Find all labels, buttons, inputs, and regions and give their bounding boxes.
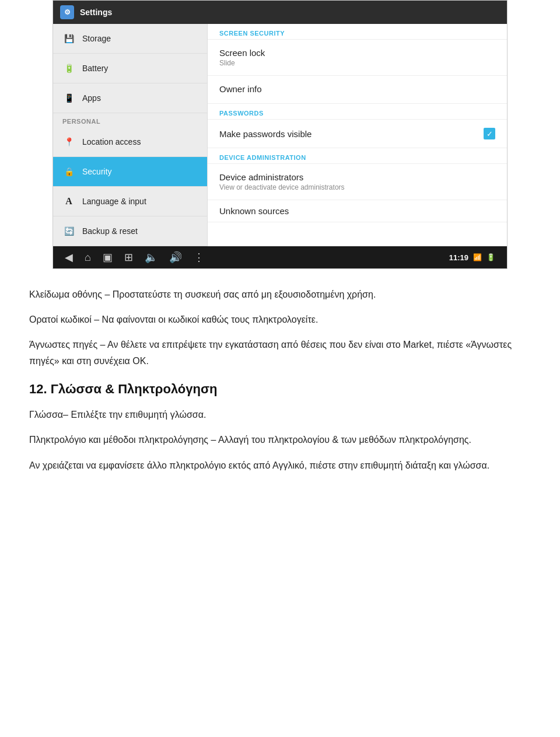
sidebar-label-storage: Storage — [82, 34, 111, 43]
make-passwords-label: Make passwords visible — [219, 129, 312, 139]
article-content: Κλείδωμα οθόνης – Προστατεύστε τη συσκευ… — [0, 269, 560, 500]
title-bar: ⚙ Settings — [53, 1, 507, 24]
volume-down-icon[interactable]: 🔈 — [145, 251, 158, 264]
nav-bar: ◀ ⌂ ▣ ⊞ 🔈 🔊 ⋮ 11:19 📶 🔋 — [53, 246, 507, 268]
settings-screenshot: ⚙ Settings 💾 Storage 🔋 Battery 📱 Apps PE… — [52, 0, 508, 269]
language-icon: A — [62, 195, 75, 208]
settings-body: 💾 Storage 🔋 Battery 📱 Apps PERSONAL 📍 Lo… — [53, 24, 507, 246]
screen-lock-item[interactable]: Screen lock Slide — [208, 40, 507, 76]
menu-icon[interactable]: ⋮ — [194, 251, 204, 264]
nav-right: 11:19 📶 🔋 — [449, 253, 495, 262]
settings-app-icon: ⚙ — [60, 5, 74, 19]
device-admins-item[interactable]: Device administrators View or deactivate… — [208, 164, 507, 200]
section-12-header: 12. Γλώσσα & Πληκτρολόγηση — [29, 378, 531, 400]
personal-section-label: PERSONAL — [53, 113, 207, 127]
device-admins-title: Device administrators — [219, 172, 495, 182]
sidebar-item-location[interactable]: 📍 Location access — [53, 127, 207, 157]
screen-lock-title: Screen lock — [219, 48, 495, 58]
sidebar-item-backup[interactable]: 🔄 Backup & reset — [53, 216, 207, 246]
passwords-header: PASSWORDS — [208, 104, 507, 120]
article-para4: Γλώσσα– Επιλέξτε την επιθυμητή γλώσσα. — [29, 407, 531, 422]
owner-info-item[interactable]: Owner info — [208, 76, 507, 104]
sidebar-item-security[interactable]: 🔒 Security — [53, 157, 207, 187]
sidebar-label-location: Location access — [82, 137, 141, 146]
sidebar: 💾 Storage 🔋 Battery 📱 Apps PERSONAL 📍 Lo… — [53, 24, 208, 246]
apps-icon: 📱 — [62, 92, 75, 104]
sidebar-item-battery[interactable]: 🔋 Battery — [53, 54, 207, 83]
status-time: 11:19 — [449, 253, 468, 262]
sidebar-label-backup: Backup & reset — [82, 226, 138, 236]
storage-icon: 💾 — [62, 32, 75, 45]
article-para6: Αν χρειάζεται να εμφανίσετε άλλο πληκτρο… — [29, 457, 531, 473]
sidebar-item-language[interactable]: A Language & input — [53, 187, 207, 216]
back-icon[interactable]: ◀ — [65, 251, 73, 264]
security-icon: 🔒 — [62, 165, 75, 178]
sidebar-label-battery: Battery — [82, 64, 108, 73]
home-icon[interactable]: ⌂ — [85, 252, 91, 264]
unknown-sources-item[interactable]: Unknown sources — [208, 200, 507, 222]
screen-security-header: SCREEN SECURITY — [208, 24, 507, 40]
backup-icon: 🔄 — [62, 225, 75, 237]
article-para2: Ορατοί κωδικοί – Να φαίνονται οι κωδικοί… — [29, 312, 531, 327]
article-para5: Πληκτρολόγιο και μέθοδοι πληκτρολόγησης … — [29, 432, 531, 448]
unknown-sources-title: Unknown sources — [219, 206, 289, 216]
battery-status-icon: 🔋 — [487, 253, 495, 261]
sidebar-item-storage[interactable]: 💾 Storage — [53, 24, 207, 54]
article-para1: Κλείδωμα οθόνης – Προστατεύστε τη συσκευ… — [29, 287, 531, 302]
volume-up-icon[interactable]: 🔊 — [169, 251, 182, 264]
sidebar-label-apps: Apps — [82, 93, 101, 103]
sidebar-label-language: Language & input — [82, 197, 146, 206]
content-panel: SCREEN SECURITY Screen lock Slide Owner … — [208, 24, 507, 246]
owner-info-title: Owner info — [219, 84, 495, 94]
device-admin-header: DEVICE ADMINISTRATION — [208, 148, 507, 164]
battery-icon: 🔋 — [62, 62, 75, 75]
recents-icon[interactable]: ▣ — [103, 251, 113, 264]
make-passwords-checkbox[interactable]: ✓ — [484, 128, 495, 139]
nav-left: ◀ ⌂ ▣ ⊞ 🔈 🔊 ⋮ — [65, 251, 204, 264]
title-bar-label: Settings — [80, 8, 112, 17]
wifi-status-icon: 📶 — [473, 253, 482, 261]
sidebar-item-apps[interactable]: 📱 Apps — [53, 83, 207, 113]
article-para3: Άγνωστες πηγές – Αν θέλετε να επιτρέψετε… — [29, 337, 531, 368]
location-icon: 📍 — [62, 135, 75, 148]
expand-icon[interactable]: ⊞ — [124, 251, 133, 264]
device-admins-subtitle: View or deactivate device administrators — [219, 183, 495, 191]
sidebar-label-security: Security — [82, 167, 112, 176]
make-passwords-visible-item[interactable]: Make passwords visible ✓ — [208, 120, 507, 148]
screen-lock-subtitle: Slide — [219, 59, 495, 67]
